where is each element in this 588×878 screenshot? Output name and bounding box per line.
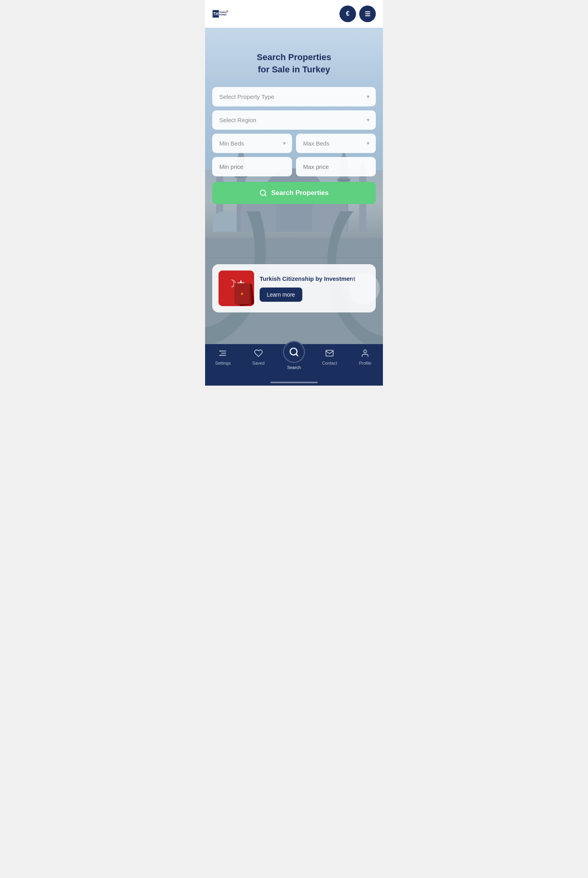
currency-button[interactable]: € [339,6,356,22]
bottom-nav: Settings Saved Search [205,344,383,386]
header-actions: € ☰ [339,6,376,22]
svg-point-4 [226,10,228,12]
menu-button[interactable]: ☰ [359,6,376,22]
phone-container: TH TURKEY HOMES € ☰ [205,0,383,386]
logo: TH TURKEY HOMES [212,6,229,22]
region-select[interactable]: Select Region Istanbul Antalya Alanya Bo… [212,110,376,130]
hero-title: Search Properties for Sale in Turkey [212,51,376,76]
nav-settings-label: Settings [215,361,231,365]
search-icon [259,189,267,197]
nav-search[interactable]: Search [276,341,312,370]
region-wrapper: Select Region Istanbul Antalya Alanya Bo… [212,110,376,130]
learn-more-button[interactable]: Learn more [260,288,302,302]
search-properties-button[interactable]: Search Properties [212,182,376,204]
svg-point-35 [219,350,220,352]
bottom-indicator [270,382,318,383]
header: TH TURKEY HOMES € ☰ [205,0,383,28]
citizenship-image: ☽★ ★ [219,271,254,306]
svg-point-36 [219,355,220,356]
search-circle [283,341,305,363]
citizenship-title: Turkish Citizenship by Investment [260,275,369,283]
nav-search-label: Search [287,365,301,370]
search-nav-icon [289,347,299,357]
property-type-select[interactable]: Select Property Type Apartment Villa Lan… [212,87,376,106]
svg-text:TURKEY: TURKEY [219,11,228,13]
heart-icon [254,349,263,359]
profile-icon [361,349,369,359]
citizenship-text: Turkish Citizenship by Investment Learn … [260,275,369,302]
price-row [212,157,376,176]
min-price-input[interactable] [212,157,292,176]
min-beds-wrapper: Min Beds 123 456+ [212,134,292,153]
nav-contact[interactable]: Contact [312,349,347,378]
svg-text:TH: TH [213,12,219,16]
svg-line-31 [265,194,266,196]
max-beds-wrapper: Max Beds 123 456+ [296,134,376,153]
settings-icon [219,349,227,359]
hero-content: Search Properties for Sale in Turkey Sel… [205,28,383,204]
svg-text:HOMES: HOMES [219,13,227,16]
nav-saved-label: Saved [252,361,264,365]
max-price-input[interactable] [296,157,376,176]
max-beds-select[interactable]: Max Beds 123 456+ [296,134,376,153]
hero-section: Search Properties for Sale in Turkey Sel… [205,28,383,344]
min-beds-select[interactable]: Min Beds 123 456+ [212,134,292,153]
property-type-wrapper: Select Property Type Apartment Villa Lan… [212,87,376,106]
citizenship-card: ☽★ ★ Turkish Citizenship by Investment L… [212,264,376,312]
svg-line-38 [296,354,298,356]
beds-row: Min Beds 123 456+ Max Beds 123 456+ [212,134,376,153]
svg-point-39 [364,350,366,353]
mail-icon [325,349,334,359]
nav-profile[interactable]: Profile [347,349,383,378]
nav-contact-label: Contact [322,361,337,365]
nav-profile-label: Profile [359,361,371,365]
search-form: Select Property Type Apartment Villa Lan… [212,87,376,204]
nav-settings[interactable]: Settings [205,349,241,378]
nav-saved[interactable]: Saved [241,349,276,378]
